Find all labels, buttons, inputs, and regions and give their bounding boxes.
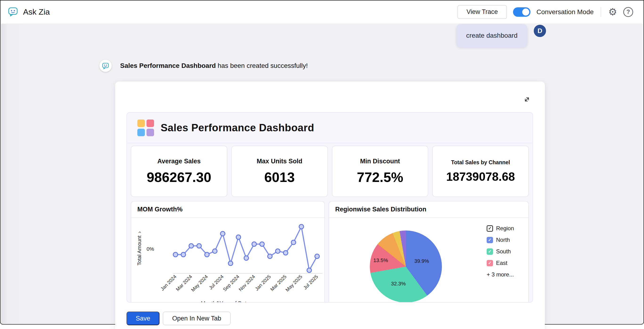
pie-chart-panel: Regionwise Sales Distribution 39.9% 32.3… xyxy=(328,201,529,302)
open-in-new-tab-button[interactable]: Open In New Tab xyxy=(163,311,230,325)
svg-text:May 2024: May 2024 xyxy=(190,274,209,293)
legend-item-region[interactable]: ✓ Region xyxy=(487,225,514,232)
svg-text:Jan 2025: Jan 2025 xyxy=(254,274,272,292)
legend-more-link[interactable]: + 3 more... xyxy=(487,271,514,278)
legend-item-east[interactable]: ✓ East xyxy=(487,260,514,266)
pie-chart xyxy=(370,230,442,302)
svg-text:Nov 2024: Nov 2024 xyxy=(238,274,256,292)
legend-item-south[interactable]: ✓ South xyxy=(487,248,514,255)
svg-text:Jan 2024: Jan 2024 xyxy=(160,274,177,292)
page-title: Ask Zia xyxy=(23,7,50,17)
logo-square-pink xyxy=(146,120,154,127)
kpi-value: 6013 xyxy=(264,169,295,185)
legend-label: South xyxy=(496,248,511,255)
kpi-card-max-units: Max Units Sold 6013 xyxy=(231,146,328,197)
user-avatar: D xyxy=(533,24,547,38)
dashboard-preview-card: Sales Performance Dashboard Average Sale… xyxy=(115,82,545,329)
kpi-value: 772.5% xyxy=(357,169,403,185)
app-window: Ask Zia View Trace Conversation Mode ⚙ ?… xyxy=(0,0,644,324)
dashboard-frame: Sales Performance Dashboard Average Sale… xyxy=(126,112,533,302)
assistant-message: Sales Performance Dashboard has been cre… xyxy=(120,62,308,70)
zia-avatar xyxy=(100,60,112,72)
pie-slice-label: 32.3% xyxy=(391,281,406,287)
kpi-label: Average Sales xyxy=(157,158,201,165)
checkbox-south[interactable]: ✓ xyxy=(487,248,493,255)
dashboard-logo-icon xyxy=(137,120,154,136)
topbar-right: View Trace Conversation Mode ⚙ ? xyxy=(458,5,633,19)
svg-text:Sep 2024: Sep 2024 xyxy=(222,274,240,292)
dashboard-header: Sales Performance Dashboard xyxy=(127,113,532,143)
line-chart-plot: Jan 2024Mar 2024May 2024Jul 2024Sep 2024… xyxy=(131,217,325,302)
checkbox-north[interactable]: ✓ xyxy=(487,237,493,243)
svg-text:Jul 2025: Jul 2025 xyxy=(302,274,319,290)
view-trace-button[interactable]: View Trace xyxy=(458,5,507,19)
line-chart-panel: MOM Growth% Total Amount › 0% Jan 2024Ma… xyxy=(131,201,325,302)
topbar-left: Ask Zia xyxy=(8,6,50,18)
svg-text:May 2025: May 2025 xyxy=(284,274,303,293)
kpi-label: Max Units Sold xyxy=(257,158,302,165)
save-button[interactable]: Save xyxy=(126,311,160,325)
kpi-value: 986267.30 xyxy=(147,169,211,185)
logo-square-yellow xyxy=(137,120,145,127)
charts-row: MOM Growth% Total Amount › 0% Jan 2024Ma… xyxy=(127,197,532,302)
card-actions: Save Open In New Tab xyxy=(126,311,230,325)
assistant-message-bold: Sales Performance Dashboard xyxy=(120,62,216,69)
kpi-label: Total Sales by Channel xyxy=(451,159,510,166)
legend-label: East xyxy=(496,260,508,266)
logo-square-purple xyxy=(146,129,154,136)
kpi-card-average-sales: Average Sales 986267.30 xyxy=(131,146,227,197)
line-chart-title: MOM Growth% xyxy=(131,201,324,218)
kpi-row: Average Sales 986267.30 Max Units Sold 6… xyxy=(127,143,532,197)
legend-item-north[interactable]: ✓ North xyxy=(487,237,514,243)
chat-area: create dashboard D Sales Performance Das… xyxy=(1,24,643,323)
conversation-mode-toggle[interactable] xyxy=(513,7,530,17)
zia-logo-icon xyxy=(8,6,18,18)
assistant-message-row: Sales Performance Dashboard has been cre… xyxy=(100,60,308,72)
help-icon[interactable]: ? xyxy=(623,7,633,17)
assistant-message-rest: has been created successfully! xyxy=(216,62,308,69)
kpi-label: Min Discount xyxy=(360,158,400,165)
pie-slice-label: 13.5% xyxy=(373,257,388,263)
logo-square-blue xyxy=(137,129,145,136)
pie-chart-title: Regionwise Sales Distribution xyxy=(329,201,528,218)
x-axis-title-text: Month&Year of Date xyxy=(201,300,250,302)
x-axis-title[interactable]: Month&Year of Date xyxy=(131,300,325,302)
gear-icon[interactable]: ⚙ xyxy=(608,7,617,17)
checkbox-east[interactable]: ✓ xyxy=(487,260,493,266)
topbar-divider xyxy=(601,7,601,17)
topbar: Ask Zia View Trace Conversation Mode ⚙ ? xyxy=(0,1,644,24)
legend-label: North xyxy=(496,237,510,243)
conversation-mode-label: Conversation Mode xyxy=(536,8,594,16)
checkbox-region[interactable]: ✓ xyxy=(487,225,493,232)
kpi-card-total-sales: Total Sales by Channel 18739078.68 xyxy=(432,146,529,197)
kpi-value: 18739078.68 xyxy=(446,170,515,184)
kpi-card-min-discount: Min Discount 772.5% xyxy=(332,146,428,197)
user-message-bubble: create dashboard xyxy=(456,24,528,47)
pie-slice-label: 39.9% xyxy=(414,258,429,264)
dashboard-title: Sales Performance Dashboard xyxy=(161,122,314,134)
legend-label: Region xyxy=(496,225,514,232)
pie-legend: ✓ Region ✓ North ✓ South xyxy=(487,225,514,278)
expand-icon[interactable] xyxy=(523,95,531,104)
toggle-knob xyxy=(522,9,529,16)
